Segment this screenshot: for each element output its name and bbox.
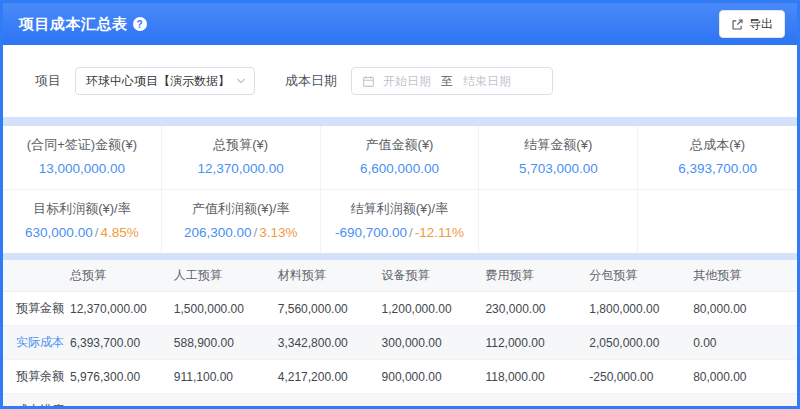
date-range-separator: 至	[441, 73, 453, 90]
table-cell: 80,000.00	[693, 370, 797, 384]
table-cell: 1,200,000.00	[382, 302, 486, 316]
page-title: 项目成本汇总表	[19, 15, 128, 34]
table-cell: 4,217,200.00	[278, 370, 382, 384]
end-date-placeholder: 结束日期	[463, 73, 511, 90]
table-cell: 300,000.00	[382, 336, 486, 350]
table-cell: 39.26%	[174, 404, 278, 409]
export-button-label: 导出	[749, 16, 773, 33]
table-row: 预算金额12,370,000.001,500,000.007,560,000.0…	[3, 292, 797, 326]
table-cell: 6,393,700.00	[70, 336, 174, 350]
table-cell: 7,560,000.00	[278, 302, 382, 316]
stats-row-2: 目标利润额(¥)/率630,000.00/4.85%产值利润额(¥)/率206,…	[3, 189, 797, 253]
stat-card-value: 5,703,000.00	[485, 161, 631, 176]
date-range-picker[interactable]: 开始日期 至 结束日期	[351, 67, 553, 95]
table-column-header: 总预算	[70, 267, 174, 284]
table-cell: 900,000.00	[382, 370, 486, 384]
table-row: 成本进度51.69%39.26%44.22%25.00%48.70%113.89…	[3, 394, 797, 409]
stat-rate: 4.85%	[100, 225, 138, 240]
table-row: 预算余额5,976,300.00911,100.004,217,200.0090…	[3, 360, 797, 394]
table-cell: 5,976,300.00	[70, 370, 174, 384]
stat-card: 总预算(¥)12,370,000.00	[162, 126, 321, 189]
table-column-header: 材料预算	[278, 267, 382, 284]
stat-card-label: 产值利润额(¥)/率	[168, 200, 314, 218]
table-cell: 112,000.00	[485, 336, 589, 350]
project-select[interactable]: 环球中心项目【演示数据】	[75, 67, 255, 95]
stat-card: 结算利润额(¥)/率-690,700.00/-12.11%	[321, 190, 480, 253]
table-cell: -	[693, 404, 797, 409]
table-cell: 1,500,000.00	[174, 302, 278, 316]
page-header: 项目成本汇总表 ? 导出	[3, 3, 797, 45]
stat-card: 产值利润额(¥)/率206,300.00/3.13%	[162, 190, 321, 253]
stat-card-value: 206,300.00/3.13%	[168, 225, 314, 240]
stat-card-label: (合同+签证)金额(¥)	[9, 136, 155, 154]
stat-card-value: 13,000,000.00	[9, 161, 155, 176]
stat-card: 产值金额(¥)6,600,000.00	[321, 126, 480, 189]
stat-card: 目标利润额(¥)/率630,000.00/4.85%	[3, 190, 162, 253]
stat-card-value: 12,370,000.00	[168, 161, 314, 176]
stat-card-label: 总成本(¥)	[644, 136, 791, 154]
stat-card-value: -690,700.00/-12.11%	[327, 225, 473, 240]
table-cell: 1,800,000.00	[589, 302, 693, 316]
table-cell: 80,000.00	[693, 302, 797, 316]
table-cell: 230,000.00	[485, 302, 589, 316]
table-cell: -250,000.00	[589, 370, 693, 384]
table-cell: 44.22%	[278, 404, 382, 409]
calendar-icon	[362, 75, 375, 88]
table-cell: 51.69%	[70, 404, 174, 409]
stat-card-empty	[638, 190, 797, 253]
table-cell: 113.89%	[589, 404, 693, 409]
stat-card-empty	[479, 190, 638, 253]
table-header-row: 总预算人工预算材料预算设备预算费用预算分包预算其他预算	[3, 260, 797, 292]
row-label: 实际成本	[3, 334, 70, 351]
stat-card-value: 630,000.00/4.85%	[9, 225, 155, 240]
stats-row-1: (合同+签证)金额(¥)13,000,000.00总预算(¥)12,370,00…	[3, 126, 797, 189]
date-filter-label: 成本日期	[285, 72, 337, 90]
stat-card-value: 6,393,700.00	[644, 161, 791, 176]
stat-rate: -12.11%	[415, 225, 464, 240]
stat-card: 总成本(¥)6,393,700.00	[638, 126, 797, 189]
stat-card-label: 结算利润额(¥)/率	[327, 200, 473, 218]
stat-amount: 206,300.00	[184, 225, 252, 240]
table-column-header: 设备预算	[382, 267, 486, 284]
row-label: 预算金额	[3, 300, 70, 317]
stat-card: 结算金额(¥)5,703,000.00	[479, 126, 638, 189]
table-cell: 12,370,000.00	[70, 302, 174, 316]
stat-card-label: 结算金额(¥)	[485, 136, 631, 154]
project-cost-summary-page: 项目成本汇总表 ? 导出 项目 环球中心项目【演示数据】 成本日期	[0, 0, 800, 409]
stat-card-label: 总预算(¥)	[168, 136, 314, 154]
table-cell: 48.70%	[485, 404, 589, 409]
cost-table: 总预算人工预算材料预算设备预算费用预算分包预算其他预算 预算金额12,370,0…	[3, 260, 797, 409]
table-cell: 0.00	[693, 336, 797, 350]
stat-amount: -690,700.00	[335, 225, 407, 240]
stat-card-value: 6,600,000.00	[327, 161, 473, 176]
help-icon[interactable]: ?	[133, 17, 147, 31]
stat-card: (合同+签证)金额(¥)13,000,000.00	[3, 126, 162, 189]
start-date-placeholder: 开始日期	[383, 73, 431, 90]
table-column-header: 人工预算	[174, 267, 278, 284]
project-select-value: 环球中心项目【演示数据】	[86, 73, 230, 90]
table-column-header: 分包预算	[589, 267, 693, 284]
chevron-down-icon	[236, 76, 246, 86]
table-row: 实际成本6,393,700.00588,900.003,342,800.0030…	[3, 326, 797, 360]
stat-card-label: 产值金额(¥)	[327, 136, 473, 154]
table-cell: 911,100.00	[174, 370, 278, 384]
stat-slash: /	[407, 225, 415, 240]
table-cell: 3,342,800.00	[278, 336, 382, 350]
stat-amount: 630,000.00	[25, 225, 93, 240]
project-filter-label: 项目	[35, 72, 61, 90]
table-cell: 118,000.00	[485, 370, 589, 384]
row-label: 预算余额	[3, 368, 70, 385]
stats-panel: (合同+签证)金额(¥)13,000,000.00总预算(¥)12,370,00…	[3, 126, 797, 253]
table-cell: 2,050,000.00	[589, 336, 693, 350]
filter-panel: 项目 环球中心项目【演示数据】 成本日期 开始日期 至 结束日期	[3, 45, 797, 117]
table-cell: 25.00%	[382, 404, 486, 409]
export-button[interactable]: 导出	[719, 10, 785, 38]
stat-card-label: 目标利润额(¥)/率	[9, 200, 155, 218]
row-label: 成本进度	[3, 402, 70, 409]
table-column-header: 其他预算	[693, 267, 797, 284]
export-icon	[731, 18, 744, 31]
table-cell: 588,900.00	[174, 336, 278, 350]
table-body: 预算金额12,370,000.001,500,000.007,560,000.0…	[3, 292, 797, 409]
stat-rate: 3.13%	[259, 225, 297, 240]
table-column-header: 费用预算	[485, 267, 589, 284]
